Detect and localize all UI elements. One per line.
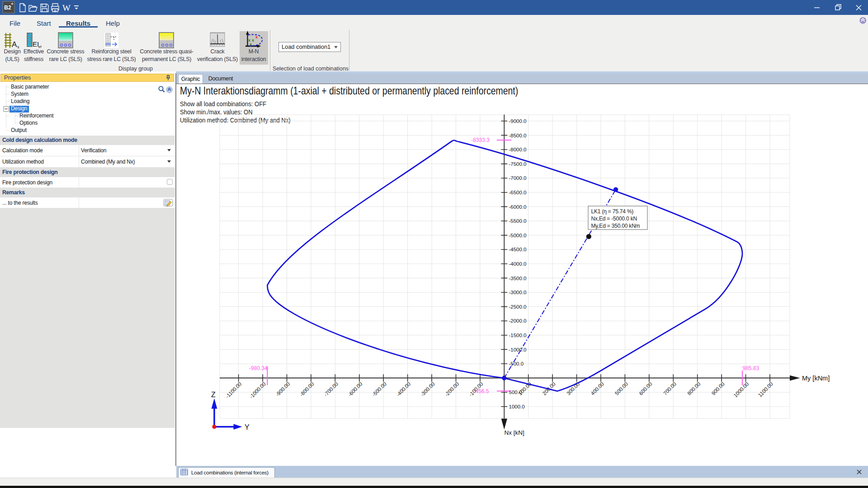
svg-text:-980.34: -980.34 (249, 365, 268, 371)
svg-text:Z: Z (211, 391, 216, 399)
svg-text:600.00: 600.00 (638, 381, 653, 396)
svg-text:-4000.0: -4000.0 (509, 261, 527, 267)
svg-text:-6500.0: -6500.0 (509, 190, 527, 195)
svg-text:Nx,Ed = -5000.0 kN: Nx,Ed = -5000.0 kN (591, 216, 637, 222)
svg-text:-700.00: -700.00 (323, 381, 339, 397)
svg-text:-1500.0: -1500.0 (509, 333, 527, 338)
svg-text:-400.00: -400.00 (395, 381, 411, 397)
svg-text:-800.00: -800.00 (299, 381, 315, 397)
svg-text:-8000.0: -8000.0 (509, 147, 527, 152)
svg-text:500.00: 500.00 (614, 381, 629, 396)
svg-text:-5500.0: -5500.0 (509, 218, 527, 224)
svg-text:-1000.00: -1000.00 (248, 381, 267, 399)
svg-text:400.00: 400.00 (590, 381, 605, 396)
svg-text:-7500.0: -7500.0 (509, 161, 527, 167)
svg-text:-5000.0: -5000.0 (509, 233, 527, 238)
svg-text:700.00: 700.00 (662, 381, 677, 396)
svg-text:456.5: 456.5 (475, 388, 489, 394)
svg-text:-4500.0: -4500.0 (509, 247, 527, 252)
svg-text:-600.00: -600.00 (347, 381, 363, 397)
svg-text:1000.00: 1000.00 (733, 381, 750, 398)
svg-text:-6000.0: -6000.0 (509, 204, 527, 210)
svg-text:W: W (62, 3, 71, 13)
svg-text:-2000.0: -2000.0 (509, 318, 527, 324)
svg-text:-1100.00: -1100.00 (225, 381, 243, 399)
svg-text:Nx [kN]: Nx [kN] (505, 429, 524, 436)
svg-text:-7000.0: -7000.0 (509, 175, 527, 181)
svg-text:1000.0: 1000.0 (509, 404, 525, 409)
svg-text:x: x (255, 35, 258, 39)
svg-text:B2: B2 (4, 5, 11, 11)
svg-text:My,Ed = 350.00 kNm: My,Ed = 350.00 kNm (591, 223, 640, 229)
svg-text:-9000.0: -9000.0 (509, 118, 527, 124)
svg-text:-8500.0: -8500.0 (509, 133, 527, 138)
svg-text:-500.0: -500.0 (509, 361, 524, 366)
svg-text:900.00: 900.00 (711, 381, 726, 396)
svg-text:Y: Y (245, 423, 250, 431)
svg-text:My [kNm]: My [kNm] (802, 375, 830, 382)
svg-text:+: + (11, 1, 14, 6)
svg-text:985.83: 985.83 (743, 365, 760, 371)
svg-text:LK1 (η = 75.74 %): LK1 (η = 75.74 %) (591, 208, 634, 215)
svg-text:-2500.0: -2500.0 (509, 304, 527, 310)
svg-text:-300.00: -300.00 (420, 381, 436, 397)
svg-text:-200.00: -200.00 (443, 381, 460, 397)
svg-text:-900.00: -900.00 (274, 381, 291, 397)
svg-text:x: x (252, 38, 254, 42)
svg-text:-8333.3: -8333.3 (471, 137, 490, 143)
svg-text:-3000.0: -3000.0 (509, 290, 527, 295)
svg-text:x: x (250, 42, 252, 47)
svg-text:-1000.0: -1000.0 (509, 347, 527, 352)
svg-text:-3500.0: -3500.0 (509, 276, 527, 281)
svg-text:1100.00: 1100.00 (757, 381, 774, 398)
svg-text:800.00: 800.00 (686, 381, 701, 396)
svg-text:-500.00: -500.00 (371, 381, 387, 397)
